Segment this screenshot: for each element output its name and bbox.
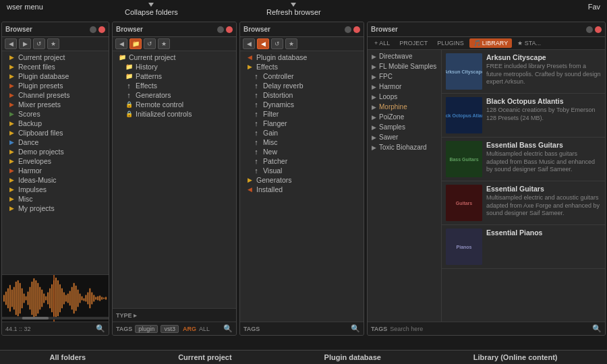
tree-item[interactable]: 🔒Initialized controls [113,109,236,119]
tree-item[interactable]: ↑Controller [240,71,364,81]
panel1-star-btn[interactable]: ★ [47,38,59,49]
panel2-star-btn[interactable]: ★ [158,38,170,49]
panel2-back-btn[interactable]: ◀ [115,38,127,49]
list-item[interactable]: ▶My projects [2,204,109,213]
svg-text:Guitars: Guitars [456,201,473,206]
folder-icon: ▶ [7,91,16,99]
library-category-item[interactable]: ▶Morphine [368,102,441,112]
tree-item-current-project-root[interactable]: 📁 Current project [113,53,236,62]
library-category-item[interactable]: ▶Sawer [368,132,441,142]
panel3-plugin-btn[interactable]: ◀ [257,38,269,49]
list-item[interactable]: ▶Plugin database [2,71,109,81]
list-item[interactable]: ▶Current project [2,53,109,62]
panel2-tag-plugin[interactable]: plugin [135,325,158,333]
library-category-item[interactable]: ▶Samples [368,122,441,132]
library-category-item[interactable]: ▶FL Mobile Samples [368,61,441,71]
svg-rect-12 [26,297,27,301]
library-tab[interactable]: ★ STA... [513,38,545,48]
tree-item-plugin-database-root[interactable]: ◀ Plugin database [240,53,364,62]
tree-item[interactable]: ▶Effects [240,62,364,71]
panel4-search-icon[interactable]: 🔍 [592,324,602,333]
tree-item[interactable]: ▶Generators [240,175,364,185]
panel2-tag-arg[interactable]: ARG [183,326,196,332]
library-tab[interactable]: PLUGINS [433,38,468,48]
tree-item[interactable]: ↑Dynamics [240,100,364,109]
tree-item[interactable]: 📁History [113,62,236,71]
panel3-pin-btn[interactable] [345,26,351,33]
svg-rect-17 [35,280,36,316]
panel4-controls [586,26,602,33]
library-category-item[interactable]: ▶PoiZone [368,112,441,122]
folder-icon: ▶ [7,82,16,90]
list-item[interactable]: ▶Harmor [2,166,109,175]
list-item[interactable]: ▶Recent files [2,62,109,71]
library-category-item[interactable]: ▶FPC [368,71,441,82]
list-item[interactable]: ▶Scores [2,109,109,119]
tree-item[interactable]: ↑Distortion [240,90,364,100]
svg-rect-54 [2,317,109,320]
tree-item[interactable]: ↑Effects [113,81,236,90]
panel2-tag-vst3[interactable]: vst3 [161,325,179,333]
tree-item[interactable]: ↑Filter [240,109,364,119]
tree-item[interactable]: ↑Patcher [240,156,364,166]
tree-item[interactable]: 📁Patterns [113,71,236,81]
list-item[interactable]: ▶Misc [2,194,109,204]
panel4-search-input[interactable] [390,326,589,332]
svg-rect-2 [5,292,7,305]
product-card[interactable]: Pianos Essential Pianos [442,225,605,269]
list-item[interactable]: ▶Demo projects [2,147,109,156]
panel3-star-btn[interactable]: ★ [285,38,297,49]
product-card[interactable]: Black Octopus Atlantis Black Octopus Atl… [442,94,605,138]
panel1-forward-btn[interactable]: ▶ [19,38,31,49]
library-category-item[interactable]: ▶Toxic Biohazard [368,142,441,152]
list-item[interactable]: ▶Clipboard files [2,128,109,138]
list-item[interactable]: ▶Ideas-Music [2,175,109,185]
library-category-item[interactable]: ▶Harmor [368,82,441,92]
panel4-close-btn[interactable] [595,26,602,33]
product-card[interactable]: Bass Guitars Essential Bass Guitars Mult… [442,138,605,181]
panel2-refresh-btn[interactable]: ↺ [144,38,156,49]
svg-rect-4 [9,285,11,311]
panel1-refresh-btn[interactable]: ↺ [33,38,45,49]
library-category-item[interactable]: ▶Directwave [368,51,441,61]
tree-item[interactable]: ↑Flanger [240,119,364,128]
tree-item[interactable]: ↑Misc [240,138,364,147]
list-item[interactable]: ▶Channel presets [2,90,109,100]
list-item[interactable]: ▶Impulses [2,185,109,194]
tree-item[interactable]: ↑Generators [113,90,236,100]
svg-rect-44 [89,289,90,309]
panel1-close-btn[interactable] [98,26,105,33]
library-category-item[interactable]: ▶Loops [368,92,441,102]
panel1-back-btn[interactable]: ◀ [5,38,17,49]
panel4-pin-btn[interactable] [586,26,593,33]
tree-item[interactable]: ↑Gain [240,128,364,138]
list-item[interactable]: ▶Envelopes [2,156,109,166]
panel2-folder-btn[interactable]: 📁 [129,38,142,49]
list-item[interactable]: ▶Backup [2,119,109,128]
list-item[interactable]: ▶Dance [2,138,109,147]
library-categories: ▶Directwave▶FL Mobile Samples▶FPC▶Harmor… [368,50,442,322]
list-item[interactable]: ▶Plugin presets [2,81,109,90]
library-tab[interactable]: + ALL [370,38,394,48]
product-card[interactable]: Arksun Cityscape Arksun Cityscape FREE i… [442,50,605,94]
tree-item[interactable]: ↑Visual [240,166,364,175]
panel1-pin-btn[interactable] [90,26,96,33]
panel3-search-icon[interactable]: 🔍 [351,324,360,333]
tree-item[interactable]: ◀Installed [240,185,364,194]
tree-item[interactable]: ↑New [240,147,364,156]
library-tab[interactable]: PROJECT [395,38,432,48]
list-item[interactable]: ▶Mixer presets [2,100,109,109]
svg-rect-14 [29,287,30,310]
panel2-search-icon[interactable]: 🔍 [223,324,233,333]
panel2-tag-all[interactable]: ALL [199,326,210,332]
panel1-search-icon[interactable]: 🔍 [96,324,105,333]
tree-item[interactable]: 🔒Remote control [113,100,236,109]
panel2-pin-btn[interactable] [217,26,224,33]
panel3-back-btn[interactable]: ◀ [243,38,255,49]
product-card[interactable]: Guitars Essential Guitars Multisampled e… [442,181,605,225]
library-tab[interactable]: 🎵LIBRARY [469,38,512,48]
panel2-close-btn[interactable] [226,26,233,33]
panel3-close-btn[interactable] [353,26,360,33]
panel3-refresh-btn[interactable]: ↺ [271,38,283,49]
tree-item[interactable]: ↑Delay reverb [240,81,364,90]
